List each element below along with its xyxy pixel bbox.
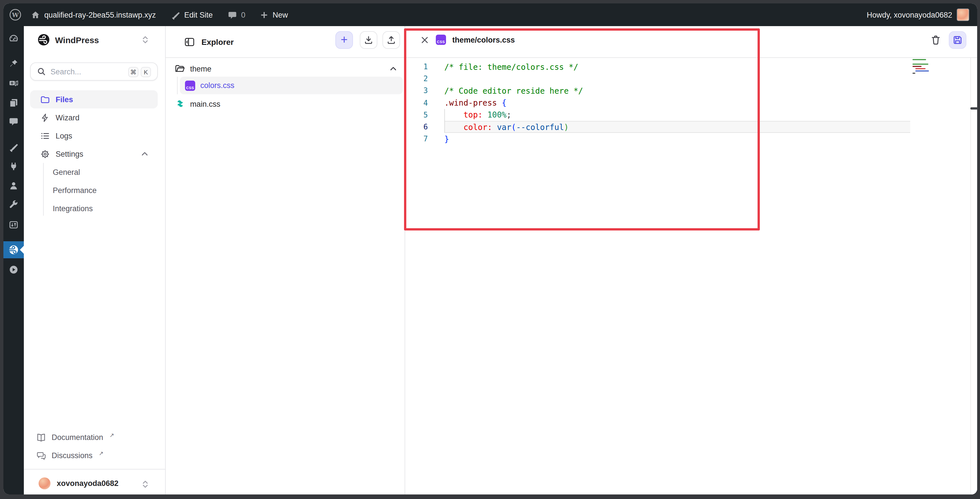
media-icon[interactable]: [8, 78, 19, 89]
user-menu[interactable]: xovonayoda0682: [38, 477, 119, 489]
search-icon: [37, 67, 46, 76]
save-file-button[interactable]: [949, 31, 966, 49]
upload-button[interactable]: [382, 31, 400, 49]
file-explorer: Explorer +: [166, 26, 405, 494]
divider: [24, 469, 165, 469]
link-label: Discussions: [52, 451, 92, 460]
new-label: New: [273, 11, 288, 19]
site-name: qualified-ray-2bea55.instawp.xyz: [44, 11, 156, 19]
site-menu[interactable]: qualified-ray-2bea55.instawp.xyz: [31, 10, 156, 19]
users-icon[interactable]: [8, 180, 19, 191]
annotation-rectangle: [404, 29, 760, 231]
chevron-updown-icon[interactable]: [141, 35, 150, 44]
file-label: main.css: [190, 100, 220, 108]
sidebar-item-label: Wizard: [56, 113, 80, 122]
screen: W qualified-ray-2bea55.instawp.xyz Edit …: [0, 0, 980, 499]
play-circle-icon[interactable]: [8, 265, 19, 275]
discussions-link[interactable]: Discussions ↗: [36, 451, 103, 461]
folder-label: theme: [190, 64, 212, 73]
tree-indent-line: [177, 77, 178, 94]
posts-pin-icon[interactable]: [8, 59, 19, 69]
download-button[interactable]: [360, 31, 377, 49]
comments-icon[interactable]: [8, 116, 19, 127]
sidebar-item-wizard[interactable]: Wizard: [30, 108, 158, 127]
search-input[interactable]: Search... ⌘ K: [30, 62, 158, 81]
new-menu[interactable]: New: [260, 11, 288, 19]
plus-icon: +: [341, 33, 348, 45]
tree-folder-theme[interactable]: theme: [175, 62, 212, 75]
sidebar-subitem-integrations[interactable]: Integrations: [53, 201, 155, 215]
account-menu[interactable]: Howdy, xovonayoda0682: [867, 8, 977, 21]
edit-site-label: Edit Site: [184, 11, 213, 19]
tree-file-main-css[interactable]: main.css: [175, 97, 220, 111]
settings-icon[interactable]: [8, 220, 19, 230]
comments-menu[interactable]: 0: [228, 10, 245, 19]
scrollbar-track[interactable]: [970, 58, 971, 494]
css-file-icon: CSS: [185, 80, 195, 91]
lightning-icon: [40, 113, 50, 122]
sidebar-subitem-performance[interactable]: Performance: [53, 183, 155, 197]
link-label: Documentation: [52, 433, 103, 442]
add-file-button[interactable]: +: [336, 31, 353, 49]
svg-text:W: W: [12, 11, 19, 18]
chevron-updown-icon[interactable]: [141, 480, 150, 489]
avatar: [957, 8, 969, 21]
kbd-cmd: ⌘: [128, 67, 138, 77]
panel-title: WindPress: [55, 35, 99, 45]
comments-count: 0: [241, 11, 245, 19]
editor-minimap[interactable]: [912, 59, 935, 75]
windpress-header[interactable]: WindPress: [37, 33, 99, 46]
comment-bubble-icon: [228, 10, 237, 19]
gear-icon: [40, 149, 50, 159]
wp-admin-bar: W qualified-ray-2bea55.instawp.xyz Edit …: [3, 3, 977, 26]
sidebar-item-logs[interactable]: Logs: [30, 127, 158, 145]
book-icon: [36, 432, 46, 442]
external-link-icon: ↗: [99, 450, 103, 456]
kbd-k: K: [141, 67, 151, 77]
upload-icon: [387, 35, 396, 45]
documentation-link[interactable]: Documentation ↗: [36, 432, 114, 442]
sidebar-item-windpress-active[interactable]: [3, 241, 24, 258]
windpress-icon: [8, 244, 19, 255]
sidebar-item-label: Logs: [56, 131, 72, 140]
sidebar-item-label: Settings: [56, 150, 83, 158]
scrollbar-thumb[interactable]: [970, 107, 978, 110]
explorer-title: Explorer: [202, 37, 234, 46]
home-icon: [31, 10, 40, 19]
tools-icon[interactable]: [8, 200, 19, 210]
save-icon: [952, 35, 963, 45]
sidebar-item-files[interactable]: Files: [30, 90, 158, 108]
download-icon: [364, 35, 373, 45]
explorer-header: Explorer +: [166, 26, 405, 58]
user-name: xovonayoda0682: [57, 479, 119, 488]
howdy-text: Howdy, xovonayoda0682: [867, 11, 952, 19]
dashboard-icon[interactable]: [8, 33, 19, 44]
chevron-up-icon: [141, 150, 149, 158]
search-placeholder: Search...: [51, 67, 81, 76]
plus-icon: [260, 11, 269, 19]
file-label: colors.css: [200, 81, 234, 90]
external-link-icon: ↗: [110, 432, 115, 438]
list-icon: [40, 131, 50, 140]
chat-bubbles-icon: [36, 451, 46, 461]
edit-site-menu[interactable]: Edit Site: [170, 10, 213, 19]
submenu-indent-line: [43, 163, 44, 216]
avatar: [38, 477, 51, 489]
panel-toggle-icon[interactable]: [185, 37, 195, 47]
wordpress-logo-icon[interactable]: W: [9, 8, 22, 21]
tailwind-icon: [175, 99, 185, 109]
sidebar-subitem-general[interactable]: General: [53, 165, 155, 179]
folder-open-icon: [175, 64, 185, 74]
wp-admin-menu: [3, 26, 24, 494]
plugins-icon[interactable]: [8, 161, 19, 171]
sidebar-item-label: Files: [56, 95, 73, 104]
active-menu-arrow: [20, 246, 24, 254]
windpress-logo-icon: [37, 33, 50, 46]
pages-icon[interactable]: [8, 98, 19, 108]
tree-file-colors-css[interactable]: CSS colors.css: [180, 77, 403, 94]
appearance-icon[interactable]: [8, 142, 19, 152]
windpress-sidebar: WindPress Search... ⌘ K: [24, 26, 166, 494]
delete-file-button[interactable]: [930, 34, 942, 45]
collapse-chevron-icon[interactable]: [389, 65, 397, 73]
sidebar-item-settings[interactable]: Settings: [30, 145, 158, 163]
